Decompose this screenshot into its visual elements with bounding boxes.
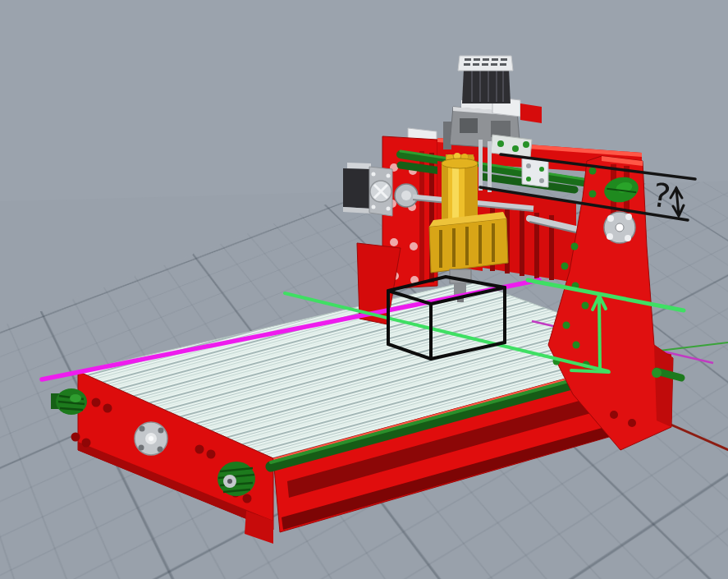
z-stepper-motor[interactable] [458, 56, 513, 103]
y-stepper-motor[interactable] [217, 462, 255, 496]
cad-viewport[interactable]: ? [0, 0, 728, 579]
thin-green-line[interactable] [652, 342, 728, 352]
x-stepper-motor[interactable] [343, 163, 392, 216]
up-down-arrow-icon [671, 188, 684, 216]
y-rod-knob-left[interactable] [51, 388, 87, 415]
cnc-machine-scene: ? [0, 0, 728, 579]
question-mark-label: ? [650, 176, 673, 216]
